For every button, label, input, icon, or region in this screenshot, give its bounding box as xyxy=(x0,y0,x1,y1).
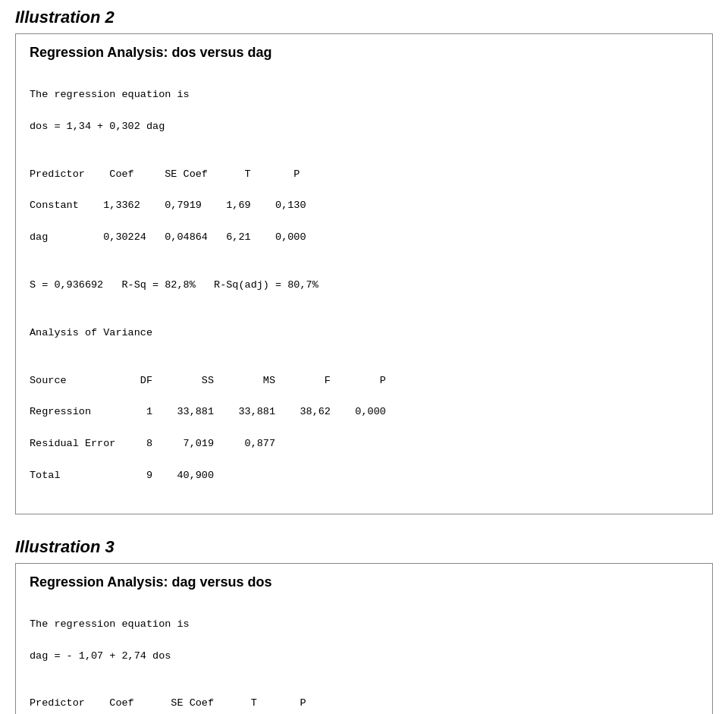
eq3-label: The regression equation is xyxy=(30,618,190,630)
anova-row-0: Regression 1 33,881 33,881 38,62 0,000 xyxy=(30,406,386,417)
predictor-header: Predictor Coef SE Coef T P xyxy=(30,168,300,180)
illustration2-content: The regression equation is dos = 1,34 + … xyxy=(30,71,698,500)
illustration3-block: Regression Analysis: dag versus dos The … xyxy=(15,563,713,714)
equation-label: The regression equation is xyxy=(30,89,190,100)
predictor-row-1: dag 0,30224 0,04864 6,21 0,000 xyxy=(30,231,306,243)
page-top-title: Illustration 2 xyxy=(15,8,713,27)
anova-row-2: Total 9 40,900 xyxy=(30,470,214,481)
illustration3-heading: Illustration 3 xyxy=(15,537,713,557)
equation: dos = 1,34 + 0,302 dag xyxy=(30,121,165,132)
anova-header: Source DF SS MS F P xyxy=(30,375,386,386)
pred3-header: Predictor Coef SE Coef T P xyxy=(30,697,306,709)
anova-row-1: Residual Error 8 7,019 0,877 xyxy=(30,438,275,449)
predictor-row-0: Constant 1,3362 0,7919 1,69 0,130 xyxy=(30,200,306,211)
stats-line: S = 0,936692 R-Sq = 82,8% R-Sq(adj) = 80… xyxy=(30,279,318,291)
illustration2-title: Regression Analysis: dos versus dag xyxy=(30,45,698,61)
anova-title: Analysis of Variance xyxy=(30,327,152,338)
illustration3-title: Regression Analysis: dag versus dos xyxy=(30,574,698,590)
illustration2-block: Regression Analysis: dos versus dag The … xyxy=(15,33,713,514)
illustration3-content: The regression equation is dag = - 1,07 … xyxy=(30,601,698,714)
eq3: dag = - 1,07 + 2,74 dos xyxy=(30,650,171,662)
